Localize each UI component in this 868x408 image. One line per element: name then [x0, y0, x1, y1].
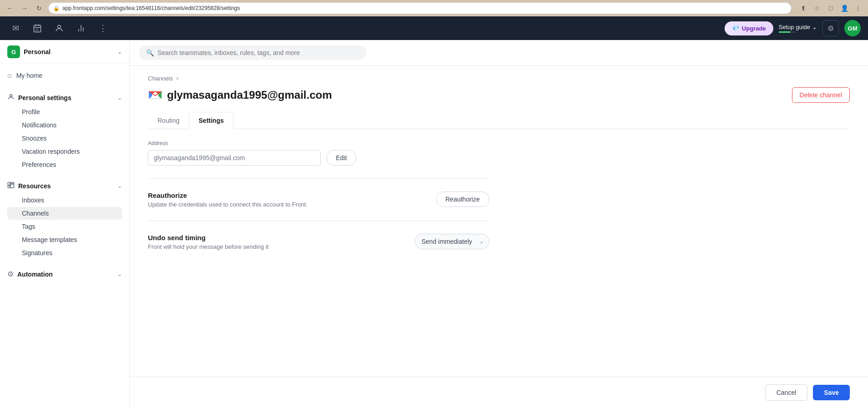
menu-button[interactable]: ⋮	[853, 3, 863, 14]
delete-channel-button[interactable]: Delete channel	[792, 87, 850, 103]
inbox-nav-button[interactable]: ✉	[7, 20, 24, 36]
resources-section: Resources ⌄ Inboxes Channels Tags Messag…	[0, 175, 129, 263]
extensions-button[interactable]: □	[825, 3, 836, 14]
sidebar-item-snoozes[interactable]: Snoozes	[7, 132, 122, 145]
sidebar-item-inboxes[interactable]: Inboxes	[7, 194, 122, 207]
tabs: Routing Settings	[148, 112, 850, 129]
more-nav-button[interactable]: ⋮	[95, 20, 111, 36]
calendar-nav-button[interactable]: 31	[29, 20, 46, 36]
chevron-down-icon: ⌄	[812, 24, 817, 30]
sidebar: G Personal ⌄ ⌂ My home Personal se	[0, 40, 130, 408]
reauthorize-field-group: Reauthorize Update the credentials used …	[148, 191, 489, 221]
personal-settings-header[interactable]: Personal settings ⌄	[7, 91, 122, 105]
home-icon: ⌂	[7, 71, 12, 80]
resources-items: Inboxes Channels Tags Message templates …	[7, 194, 122, 259]
upgrade-button[interactable]: 💎 Upgrade	[725, 21, 773, 35]
address-field-group: Address Edit	[148, 140, 489, 179]
svg-point-9	[10, 95, 12, 97]
resources-icon	[7, 181, 15, 191]
workspace-name: Personal	[24, 48, 114, 55]
reauthorize-button[interactable]: Reauthorize	[436, 191, 490, 207]
automation-title: Automation	[17, 271, 114, 278]
address-input[interactable]	[148, 150, 321, 166]
tab-settings[interactable]: Settings	[189, 112, 233, 129]
undo-timing-select[interactable]: Send immediately 5 seconds 10 seconds 30…	[415, 234, 489, 249]
personal-settings-title: Personal settings	[18, 94, 114, 101]
reauth-info: Reauthorize Update the credentials used …	[148, 191, 436, 208]
browser-actions: ⬆ ☆ □ 👤 ⋮	[798, 3, 863, 14]
sidebar-item-preferences[interactable]: Preferences	[7, 158, 122, 171]
automation-icon: ⚙	[7, 270, 14, 278]
setup-progress-bar	[779, 31, 797, 33]
bookmark-button[interactable]: ☆	[812, 3, 822, 14]
sidebar-item-profile[interactable]: Profile	[7, 106, 122, 118]
tab-routing[interactable]: Routing	[148, 112, 189, 129]
personal-settings-section: Personal settings ⌄ Profile Notification…	[0, 87, 129, 175]
automation-header[interactable]: ⚙ Automation ⌄	[7, 267, 122, 281]
page-content: Channels >	[130, 66, 868, 377]
forward-button[interactable]: →	[19, 3, 30, 14]
personal-settings-items: Profile Notifications Snoozes Vacation r…	[7, 106, 122, 171]
edit-button[interactable]: Edit	[326, 150, 356, 166]
sidebar-item-message-templates[interactable]: Message templates	[7, 233, 122, 246]
main-area: G Personal ⌄ ⌂ My home Personal se	[0, 40, 868, 408]
browser-bar: ← → ↻ 🔒 app.frontapp.com/settings/tea:16…	[0, 0, 868, 16]
breadcrumb-separator: >	[176, 75, 179, 82]
sidebar-item-notifications[interactable]: Notifications	[7, 119, 122, 131]
search-icon: 🔍	[146, 49, 154, 56]
workspace-chevron-icon: ⌄	[117, 49, 122, 55]
reload-button[interactable]: ↻	[34, 3, 45, 14]
automation-section: ⚙ Automation ⌄	[0, 263, 129, 285]
undo-info: Undo send timing Front will hold your me…	[148, 234, 415, 250]
workspace-icon: G	[7, 45, 20, 58]
app-container: ✉ 31 ⋮ 💎 Upgrade Setup guide ⌄	[0, 16, 868, 408]
gmail-icon	[148, 88, 162, 102]
diamond-icon: 💎	[732, 25, 739, 32]
reauth-title: Reauthorize	[148, 191, 436, 199]
address-label: Address	[148, 140, 489, 146]
save-button[interactable]: Save	[813, 385, 850, 400]
resources-chevron-icon: ⌄	[117, 183, 122, 189]
person-icon	[7, 93, 15, 102]
resources-title: Resources	[18, 182, 114, 190]
channel-header: glymasaganda1995@gmail.com Delete channe…	[148, 87, 850, 103]
setup-guide-wrap: Setup guide ⌄	[779, 24, 817, 33]
user-avatar-button[interactable]: GM	[844, 20, 861, 36]
undo-timing-title: Undo send timing	[148, 234, 415, 242]
sidebar-item-tags[interactable]: Tags	[7, 220, 122, 233]
reauth-desc: Update the credentials used to connect t…	[148, 201, 436, 208]
svg-rect-11	[8, 186, 10, 188]
sidebar-item-vacation-responders[interactable]: Vacation responders	[7, 145, 122, 158]
search-bar-container: 🔍	[130, 40, 868, 66]
svg-rect-13	[10, 184, 14, 188]
undo-timing-desc: Front will hold your message before send…	[148, 243, 415, 250]
sidebar-item-channels[interactable]: Channels	[7, 207, 122, 220]
svg-text:31: 31	[36, 28, 39, 31]
settings-button[interactable]: ⚙	[822, 20, 839, 36]
analytics-nav-button[interactable]	[73, 20, 89, 36]
back-button[interactable]: ←	[5, 3, 15, 14]
undo-timing-row: Undo send timing Front will hold your me…	[148, 234, 489, 250]
breadcrumb: Channels >	[148, 75, 850, 82]
reauth-row: Reauthorize Update the credentials used …	[148, 191, 489, 208]
sidebar-nav: ⌂ My home	[0, 64, 129, 87]
breadcrumb-channels-link[interactable]: Channels	[148, 75, 173, 82]
share-button[interactable]: ⬆	[798, 3, 809, 14]
channel-title: glymasaganda1995@gmail.com	[167, 89, 332, 101]
profile-button[interactable]: 👤	[839, 3, 850, 14]
setup-guide-button[interactable]: Setup guide ⌄	[779, 24, 817, 30]
contacts-nav-button[interactable]	[51, 20, 67, 36]
sidebar-item-my-home[interactable]: ⌂ My home	[0, 68, 129, 83]
url-text: app.frontapp.com/settings/tea:16548116/c…	[62, 5, 240, 11]
top-nav: ✉ 31 ⋮ 💎 Upgrade Setup guide ⌄	[0, 16, 868, 40]
undo-select-wrap: Send immediately 5 seconds 10 seconds 30…	[415, 234, 489, 249]
resources-header[interactable]: Resources ⌄	[7, 179, 122, 193]
sidebar-item-signatures[interactable]: Signatures	[7, 247, 122, 259]
url-bar[interactable]: 🔒 app.frontapp.com/settings/tea:16548116…	[48, 2, 792, 14]
workspace-selector[interactable]: G Personal ⌄	[0, 40, 129, 64]
search-input[interactable]	[157, 49, 359, 56]
content-area: 🔍 Channels >	[130, 40, 868, 408]
cancel-button[interactable]: Cancel	[765, 384, 808, 401]
footer-actions: Cancel Save	[130, 377, 868, 408]
address-field-row: Edit	[148, 150, 489, 166]
